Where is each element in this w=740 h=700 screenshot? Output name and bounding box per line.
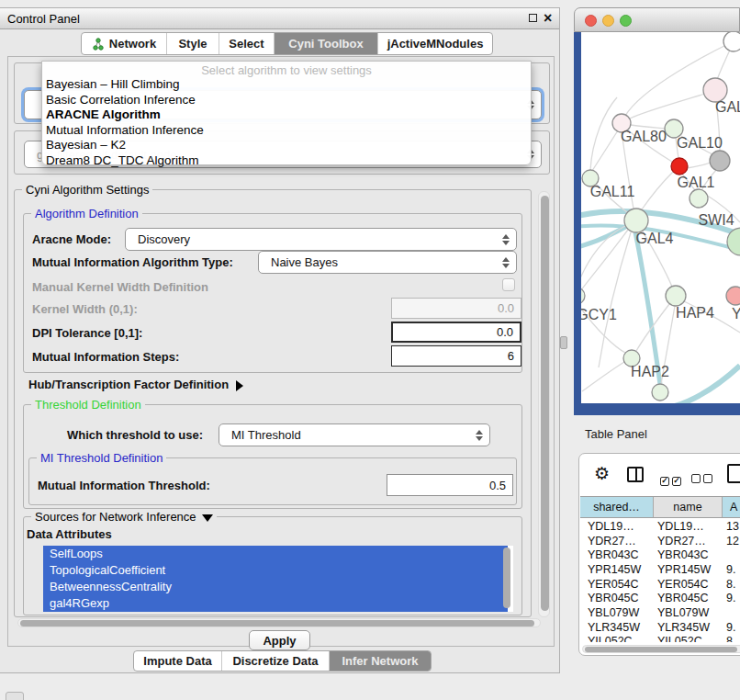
popup-item-selected[interactable]: ARACNE Algorithm [46, 107, 161, 121]
network-node-gal4[interactable] [624, 209, 648, 232]
float-window-icon[interactable] [529, 14, 537, 22]
column-header-partial[interactable]: A [723, 497, 740, 517]
split-columns-icon[interactable] [627, 467, 644, 482]
list-item[interactable]: TopologicalCoefficient [43, 562, 508, 579]
collapsed-arrow-icon [236, 380, 243, 391]
column-header-name[interactable]: name [654, 497, 723, 517]
settings-vertical-scrollbar[interactable] [538, 191, 550, 617]
control-panel-titlebar[interactable]: Control Panel × [0, 8, 559, 29]
panel-splitter-handle[interactable] [560, 336, 567, 349]
tab-style[interactable]: Style [166, 33, 219, 54]
table-row[interactable]: YBL079WYBL079W [580, 605, 740, 620]
show-checked-columns-icon[interactable]: ✓✓ [660, 470, 684, 487]
tab-select[interactable]: Select [219, 33, 274, 54]
list-scrollbar-thumb[interactable] [503, 548, 510, 608]
tab-label: Infer Network [342, 654, 418, 668]
network-node-hap4[interactable] [666, 286, 686, 306]
network-node[interactable] [652, 384, 668, 401]
settings-horizontal-scrollbar-thumb[interactable] [20, 620, 534, 627]
popup-item[interactable]: Dream8 DC_TDC Algorithm [46, 153, 199, 167]
popup-item[interactable]: Basic Correlation Inference [46, 93, 196, 107]
table-row[interactable]: YIL052CYIL052C8 [580, 635, 740, 643]
apply-button-label: Apply [263, 634, 296, 648]
settings-group-title: Cyni Algorithm Settings [22, 183, 152, 197]
network-node-gcy1[interactable] [581, 288, 585, 304]
network-view-frame: GALGAL80GAL10GAL1GAL11GAL4SWI4GCY1HAP4YH… [574, 32, 740, 415]
mi-steps-value: 6 [508, 349, 514, 363]
aracne-mode-label: Aracne Mode: [32, 232, 111, 246]
mi-type-label: Mutual Information Algorithm Type: [32, 255, 233, 269]
table-cell: YPR145W [580, 563, 652, 576]
network-window-titlebar[interactable] [574, 7, 740, 32]
screen: Control Panel × Network Style [0, 0, 740, 700]
tab-cyni-toolbox[interactable]: Cyni Toolbox [274, 33, 377, 54]
network-canvas[interactable]: GALGAL80GAL10GAL1GAL11GAL4SWI4GCY1HAP4YH… [581, 32, 740, 403]
table-row[interactable]: YDR27…YDR27…12 [580, 534, 740, 548]
sources-group-title[interactable]: Sources for Network Inference [31, 510, 217, 524]
mi-steps-field[interactable]: 6 [391, 345, 521, 367]
table-cell: 9. [719, 563, 740, 576]
control-panel-title: Control Panel [7, 12, 80, 26]
apply-button[interactable]: Apply [249, 630, 310, 650]
gear-icon[interactable]: ⚙ [594, 465, 610, 482]
close-icon[interactable]: × [544, 9, 552, 28]
mac-close-icon[interactable] [585, 15, 597, 27]
mac-zoom-icon[interactable] [620, 15, 632, 27]
popup-item[interactable]: Mutual Information Inference [46, 123, 204, 137]
algorithm-definition-title: Algorithm Definition [31, 207, 142, 220]
table-cell: 13 [719, 520, 740, 533]
tab-jactivemnodules[interactable]: jActiveMNodules [377, 33, 492, 54]
mi-threshold-field[interactable]: 0.5 [387, 474, 513, 496]
mac-minimize-icon[interactable] [602, 15, 614, 27]
dpi-tolerance-field[interactable]: 0.0 [391, 322, 521, 343]
table-cell: YDR27… [580, 535, 652, 548]
settings-horizontal-scrollbar[interactable] [17, 618, 541, 627]
table-row[interactable]: YPR145WYPR145W9. [580, 562, 740, 577]
which-threshold-combo[interactable]: MI Threshold [219, 423, 490, 446]
tab-infer-network[interactable]: Infer Network [329, 651, 431, 671]
network-node[interactable] [671, 158, 688, 175]
kernel-width-field[interactable]: 0.0 [391, 298, 521, 319]
column-header-shared-name[interactable]: shared… [580, 497, 654, 517]
table-cell: YBR043C [652, 548, 719, 561]
mi-type-value: Naive Bayes [271, 255, 338, 269]
list-item[interactable]: gal4RGexp [43, 595, 508, 612]
kernel-width-value: 0.0 [498, 301, 514, 315]
new-table-icon[interactable] [727, 464, 740, 483]
network-node-label: GAL80 [621, 129, 667, 144]
table-cell: YDL19… [580, 520, 652, 533]
table-row[interactable]: YER054CYER054C8. [580, 577, 740, 592]
network-node-y[interactable] [726, 287, 740, 305]
list-item[interactable]: SelfLoops [43, 546, 508, 562]
table-row[interactable]: YBR043CYBR043C [580, 548, 740, 562]
network-node[interactable] [723, 32, 740, 51]
manual-kernel-checkbox[interactable] [502, 278, 515, 291]
tab-network[interactable]: Network [82, 33, 166, 54]
table-row[interactable]: YDL19…YDL19…13 [580, 519, 740, 534]
network-node-label: GCY1 [581, 307, 617, 322]
table-horizontal-scrollbar[interactable] [582, 645, 740, 653]
tab-impute-data[interactable]: Impute Data [134, 651, 221, 671]
table-horizontal-scrollbar-thumb[interactable] [585, 647, 737, 652]
tab-label: Style [178, 37, 207, 51]
network-node[interactable] [710, 151, 730, 171]
table-row[interactable]: YLR345WYLR345W9. [580, 620, 740, 635]
minimized-panel-icon[interactable] [6, 692, 24, 700]
table-row[interactable]: YBR045CYBR045C9. [580, 591, 740, 605]
settings-vertical-scrollbar-thumb[interactable] [541, 196, 549, 611]
hub-section-toggle[interactable]: Hub/Transcription Factor Definition [28, 378, 243, 391]
aracne-mode-combo[interactable]: Discovery [125, 228, 517, 251]
combo-stepper-icon [476, 430, 483, 441]
network-node-gal1[interactable] [690, 189, 708, 208]
popup-item[interactable]: Bayesian – K2 [46, 138, 126, 152]
mi-type-combo[interactable]: Naive Bayes [258, 251, 517, 274]
popup-item[interactable]: Bayesian – Hill Climbing [46, 77, 180, 91]
tab-discretize-data[interactable]: Discretize Data [221, 651, 329, 671]
network-icon [92, 38, 105, 51]
tab-label: Select [229, 37, 263, 51]
hub-section-label: Hub/Transcription Factor Definition [28, 378, 229, 391]
hide-columns-icon[interactable] [691, 470, 715, 487]
popup-placeholder: Select algorithm to view settings [42, 63, 531, 77]
table-cell: YPR145W [652, 563, 719, 576]
list-item[interactable]: BetweennessCentrality [43, 579, 508, 595]
